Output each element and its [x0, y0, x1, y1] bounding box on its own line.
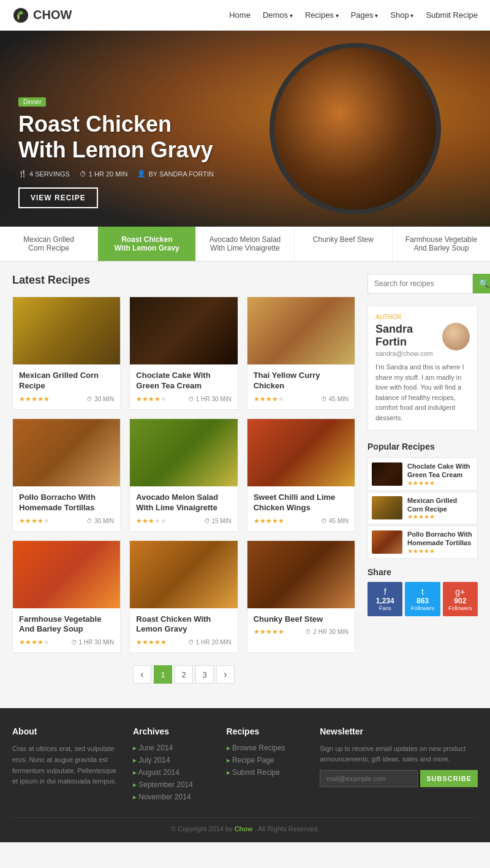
- recipe-time: 15 MIN: [204, 518, 232, 524]
- recipe-image: [13, 297, 120, 364]
- nav-submit-recipe[interactable]: Submit Recipe: [426, 10, 478, 20]
- popular-item[interactable]: Choclate Cake With Green Tea Cream ★★★★★: [368, 458, 478, 491]
- site-logo[interactable]: CHOW: [12, 7, 72, 24]
- tab-avocado-melon[interactable]: Avocado Melon SaladWith Lime Vinaigrette: [196, 227, 294, 261]
- recipe-card-footer: ★★★★★ 45 MIN: [254, 395, 349, 403]
- list-item[interactable]: Submit Recipe: [227, 768, 308, 777]
- popular-item-image: [372, 530, 402, 554]
- nav-recipes[interactable]: Recipes: [305, 10, 339, 20]
- recipe-title: Avocado Melon Salad With Lime Vinaigrett…: [136, 492, 231, 513]
- recipe-card[interactable]: Roast Chicken With Lemon Gravy ★★★★★ 1 H…: [129, 540, 238, 654]
- recipe-card-footer: ★★★★★ 2 HR 30 MIN: [254, 628, 349, 636]
- hero-time: ⏱ 1 HR 20 MIN: [80, 170, 128, 178]
- twitter-icon: t: [407, 587, 437, 597]
- footer-newsletter: Newsletter Sign up to receive email upda…: [320, 726, 478, 805]
- recipe-image: [13, 419, 120, 486]
- nav-demos[interactable]: Demos: [263, 10, 293, 20]
- popular-item[interactable]: Mexican Grilled Corn Recipe ★★★★★: [368, 492, 478, 525]
- recipe-card-body: Choclate Cake With Green Tea Cream ★★★★★…: [130, 364, 237, 409]
- facebook-icon: f: [370, 587, 400, 597]
- next-page-button[interactable]: ›: [216, 665, 235, 684]
- recipe-image: [247, 541, 355, 608]
- popular-item-info: Pollo Borracho With Homemade Tortillas ★…: [407, 530, 473, 554]
- copyright-text: © Copyright 2014 by: [171, 825, 232, 832]
- popular-item[interactable]: Pollo Borracho With Homemade Tortillas ★…: [368, 526, 478, 559]
- recipe-title: Chunky Beef Stew: [254, 614, 349, 625]
- recipe-title: Thai Yellow Curry Chicken: [254, 371, 349, 391]
- recipe-card[interactable]: Avocado Melon Salad With Lime Vinaigrett…: [129, 418, 238, 532]
- page-2-button[interactable]: 2: [175, 665, 193, 684]
- newsletter-email-input[interactable]: [320, 770, 418, 787]
- recipe-time: 30 MIN: [86, 396, 114, 402]
- recipe-card[interactable]: Sweet Chilli and Lime Chicken Wings ★★★★…: [247, 418, 355, 532]
- tab-roast-chicken[interactable]: Roast ChickenWith Lemon Gravy: [98, 227, 196, 261]
- popular-item-title: Choclate Cake With Green Tea Cream: [407, 462, 473, 480]
- rights-text: . All Rights Reserved.: [255, 825, 319, 832]
- navigation: CHOW Home Demos Recipes Pages Shop Submi…: [0, 0, 490, 31]
- nav-pages[interactable]: Pages: [351, 10, 379, 20]
- recipe-card-body: Roast Chicken With Lemon Gravy ★★★★★ 1 H…: [130, 608, 237, 653]
- recipe-card[interactable]: Mexican Grilled Corn Recipe ★★★★★ 30 MIN: [12, 296, 121, 410]
- recipe-title: Pollo Borracho With Homemade Tortillas: [19, 492, 114, 513]
- subscribe-button[interactable]: SUBSCRIBE: [420, 770, 478, 787]
- hero-servings: 🍴 4 SERVINGS: [18, 170, 70, 178]
- list-item[interactable]: November 2014: [133, 793, 214, 801]
- tab-chunky-beef[interactable]: Chunky Beef Stew: [295, 227, 393, 261]
- view-recipe-button[interactable]: VIEW RECIPE: [18, 187, 98, 208]
- facebook-share-button[interactable]: f 1,234 Fans: [368, 582, 402, 616]
- twitter-share-button[interactable]: t 863 Followers: [405, 582, 440, 616]
- nav-home[interactable]: Home: [229, 10, 251, 20]
- recipe-card[interactable]: Farmhouse Vegetable And Barley Soup ★★★★…: [12, 540, 121, 654]
- list-item[interactable]: August 2014: [133, 768, 214, 777]
- search-button[interactable]: 🔍: [473, 274, 490, 293]
- recipe-image: [130, 297, 237, 364]
- page-1-button[interactable]: 1: [154, 665, 172, 684]
- list-item[interactable]: September 2014: [133, 780, 214, 789]
- popular-item-image: [372, 462, 402, 486]
- recipe-card-footer: ★★★★★ 45 MIN: [254, 517, 349, 525]
- nav-shop[interactable]: Shop: [390, 10, 413, 20]
- pagination: ‹ 1 2 3 ›: [12, 653, 355, 696]
- recipe-title: Roast Chicken With Lemon Gravy: [136, 614, 231, 635]
- newsletter-form: SUBSCRIBE: [320, 770, 478, 787]
- hero-author: 👤 BY SANDRA FORTIN: [137, 170, 214, 178]
- recipe-stars: ★★★★★: [136, 638, 167, 646]
- recipes-section: Latest Recipes Mexican Grilled Corn Reci…: [12, 274, 355, 696]
- search-input[interactable]: [368, 274, 473, 293]
- logo-icon: [12, 7, 29, 24]
- recipe-card[interactable]: Choclate Cake With Green Tea Cream ★★★★★…: [129, 296, 238, 410]
- prev-page-button[interactable]: ‹: [133, 665, 151, 684]
- list-item[interactable]: June 2014: [133, 744, 214, 752]
- recipe-card-footer: ★★★★★ 15 MIN: [136, 517, 231, 525]
- page-3-button[interactable]: 3: [195, 665, 214, 684]
- recipe-stars: ★★★★★: [254, 628, 284, 636]
- recipe-card[interactable]: Thai Yellow Curry Chicken ★★★★★ 45 MIN: [247, 296, 355, 410]
- footer-newsletter-text: Sign up to receive email updates on new …: [320, 744, 478, 764]
- recipe-card[interactable]: Chunky Beef Stew ★★★★★ 2 HR 30 MIN: [247, 540, 355, 654]
- list-item[interactable]: Browse Recipes: [227, 744, 308, 752]
- googleplus-share-button[interactable]: g+ 902 Followers: [443, 582, 478, 616]
- site-name: CHOW: [33, 8, 72, 22]
- recipe-title: Sweet Chilli and Lime Chicken Wings: [254, 492, 349, 513]
- recipe-card-footer: ★★★★★ 30 MIN: [19, 517, 114, 525]
- tab-mexican-corn[interactable]: Mexican GrilledCorn Recipe: [0, 227, 98, 261]
- recipe-image: [13, 541, 120, 608]
- recipe-card-body: Farmhouse Vegetable And Barley Soup ★★★★…: [13, 608, 120, 653]
- footer: About Cras at ultrices erat, sed vulputa…: [0, 708, 490, 842]
- author-label: AUTHOR: [375, 314, 470, 320]
- footer-newsletter-title: Newsletter: [320, 726, 478, 736]
- list-item[interactable]: July 2014: [133, 756, 214, 764]
- share-title: Share: [368, 567, 478, 577]
- recipe-card[interactable]: Pollo Borracho With Homemade Tortillas ★…: [12, 418, 121, 532]
- hero-meta: 🍴 4 SERVINGS ⏱ 1 HR 20 MIN 👤 BY SANDRA F…: [18, 170, 214, 178]
- brand-name: Chow: [235, 825, 253, 832]
- recipe-time: 1 HR 20 MIN: [188, 639, 232, 646]
- list-item[interactable]: Recipe Page: [227, 756, 308, 764]
- recipe-tabs: Mexican GrilledCorn Recipe Roast Chicken…: [0, 227, 490, 262]
- tab-farmhouse[interactable]: Farmhouse VegetableAnd Barley Soup: [393, 227, 490, 261]
- popular-item-title: Pollo Borracho With Homemade Tortillas: [407, 530, 473, 548]
- fork-icon: 🍴: [18, 170, 27, 178]
- recipe-time: 45 MIN: [321, 518, 349, 524]
- author-email: sandra@chow.com: [375, 350, 470, 357]
- hero-pan-image: [270, 43, 441, 214]
